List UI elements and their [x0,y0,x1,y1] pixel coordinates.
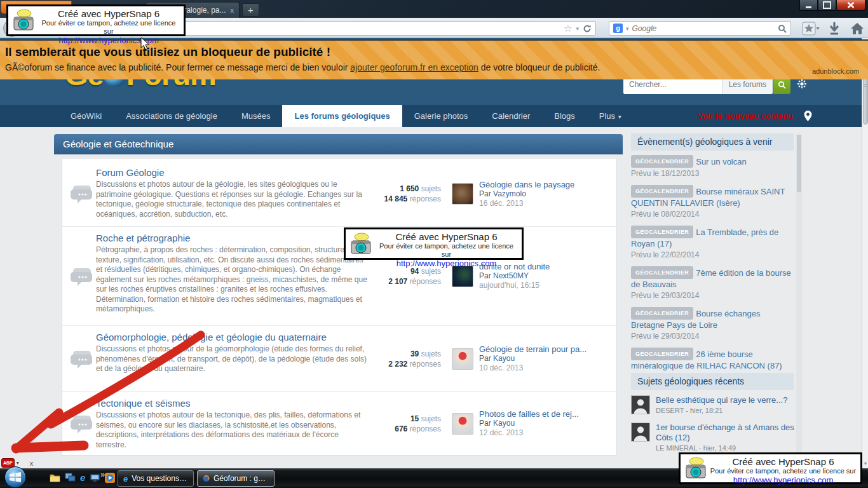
network-windows-icon[interactable] [65,473,76,482]
magnifier-icon[interactable] [778,24,787,33]
taskbar-button-ie[interactable]: e Vos questions à la ... [118,470,194,487]
topic-meta: DESERT - hier, 18:21 [656,407,787,414]
watermark-link[interactable]: http://www.hyperionics.com [709,475,858,485]
nav-item-calendrier[interactable]: Calendrier [480,105,542,127]
banner-exception-link[interactable]: ajouter geoforum.fr en exception [350,62,478,72]
last-post-link[interactable]: Photos de failles et de rej... [479,409,579,419]
nav-item-forums[interactable]: Les forums géologiques [282,105,402,127]
forum-description: Discussions et photos autour de la tecto… [96,410,370,450]
main-navbar: GéoWiki Associations de géologie Musées … [0,105,868,127]
watermark-line2: Pour éviter ce tampon, achetez une licen… [36,19,181,36]
topic-link[interactable]: 1er bourse d'échange à st Amans des Côts… [656,423,795,443]
forum-stats: 39 sujets 2 232 réponses [360,326,441,391]
search-bar[interactable]: g ▾ [609,21,791,36]
internet-explorer-icon: e [123,474,128,484]
banner-text-after: de votre bloqueur de publicité. [478,62,600,72]
forum-row: Roche et pétrographie Pétrographie, à pr… [62,226,616,325]
browser-scrollbar[interactable]: ▲ ▼ [862,38,868,468]
avatar[interactable] [452,413,473,435]
last-post-link[interactable]: Géologie de terrain pour pa... [479,344,587,354]
location-pin-icon[interactable] [804,111,812,121]
media-player-icon[interactable] [105,473,115,483]
list-item: 1er bourse d'échange à st Amans des Côts… [631,423,795,452]
avatar[interactable] [452,348,473,370]
nav-item-plus[interactable]: Plus▾ [587,105,634,127]
last-post-author[interactable]: Next50MY [493,271,529,280]
forum-link[interactable]: Forum Géologie [96,167,370,178]
topics-label: sujets [421,414,441,423]
engine-dropdown-icon[interactable]: ▾ [626,25,629,32]
nav-item-galerie[interactable]: Galerie photos [402,105,480,127]
watermark-link[interactable]: http://www.hyperionics.com [36,36,181,45]
section-header[interactable]: Géologie et Géotechnique [54,134,623,154]
taskbar-button-label: Vos questions à la ... [132,474,188,483]
search-icon [778,81,786,89]
avatar[interactable] [631,395,650,414]
start-button[interactable] [4,466,26,488]
avatar[interactable] [452,266,473,287]
show-bookmarks-icon[interactable] [802,22,821,36]
sidebar-scrollbar[interactable] [796,135,802,456]
forum-info: Tectonique et séismes Discussions et pho… [96,398,370,450]
event-link[interactable]: Sur un volcan [696,157,747,166]
settings-gear-icon[interactable] [797,79,807,89]
watermark-line1: Créé avec HyperSnap 6 [36,8,181,19]
maximize-button[interactable] [818,0,836,11]
avatar[interactable] [452,183,473,205]
geocalendrier-badge: GÉOCALENDRIER [631,307,693,320]
nav-item-geowiki[interactable]: GéoWiki [58,105,114,127]
topic-link[interactable]: Belle esthétique qui raye le verre...? [656,395,787,405]
watermark-link[interactable]: http://www.hyperionics.com [374,259,519,268]
hypersnap-watermark: Créé avec HyperSnap 6 Pour éviter ce tam… [344,227,524,260]
forum-link[interactable]: Tectonique et séismes [96,398,370,409]
event-item: GÉOCALENDRIERBourse échanges Bretagne Pa… [631,307,795,342]
last-post-date: 12 déc. 2013 [479,428,579,438]
google-engine-icon[interactable]: g [613,24,623,33]
forum-bubbles-icon [71,349,92,369]
downloads-icon[interactable] [829,22,840,36]
url-dropdown-icon[interactable]: ▾ [576,25,579,32]
last-post-author[interactable]: Kayou [493,354,515,363]
forum-link[interactable]: Roche et pétrographie [96,233,370,243]
event-date: Prévu le 08/02/2014 [631,209,795,220]
nav-item-musees[interactable]: Musées [229,105,283,127]
close-button[interactable] [836,0,865,11]
abp-dropdown-icon[interactable]: ▾ [17,460,19,466]
watermark-line2: Pour éviter ce tampon, achetez une licen… [709,467,858,475]
minimize-button[interactable] [799,0,818,11]
avatar[interactable] [631,423,650,442]
new-tab-button[interactable]: + [242,3,259,17]
web-search-input[interactable] [632,24,775,33]
event-date: Prévu le 29/03/2014 [631,331,795,342]
by-label: Par [479,271,491,280]
taskbar-button-firefox[interactable]: Géoforum : géologi... [197,470,275,487]
quick-launch-overflow-icon[interactable]: » [100,470,105,479]
event-date: Prévu le 29/03/2014 [631,290,795,301]
replies-label: réponses [410,194,441,203]
last-post-author[interactable]: Kayou [493,419,515,428]
forum-link[interactable]: Géomorphologie, pédologie et géologie du… [96,332,370,342]
geocalendrier-badge: GÉOCALENDRIER [631,155,693,168]
last-post-link[interactable]: Géologie dans le paysage [479,180,574,189]
folder-icon[interactable] [50,473,60,482]
display-icon[interactable] [90,473,100,482]
camera-icon [684,457,707,480]
scroll-down-icon[interactable]: ▼ [862,459,868,468]
windows-flag-icon [10,472,21,482]
tab-close-icon[interactable]: x [231,6,234,14]
nav-item-associations[interactable]: Associations de géologie [114,105,229,127]
forum-row: Tectonique et séismes Discussions et pho… [62,391,616,455]
forum-description: Discussions et photos autour de la géomo… [96,344,370,374]
bookmark-star-icon[interactable]: ☆ [564,24,572,33]
forum-stats: 15 sujets 676 réponses [360,392,441,455]
home-icon[interactable] [850,22,864,36]
last-post: Géologie de terrain pour pa... Par Kayou… [452,326,613,391]
internet-explorer-icon[interactable]: e [80,472,85,483]
last-post-author[interactable]: Vazymolo [493,189,526,198]
reload-icon[interactable] [583,24,592,33]
abp-close-icon[interactable]: x [30,459,34,467]
forum-description: Pétrographie, à propos des roches : déte… [96,245,370,315]
quick-launch: e [50,472,115,483]
view-new-content-link[interactable]: Voir le nouveau contenu [698,105,793,127]
nav-item-blogs[interactable]: Blogs [542,105,587,127]
